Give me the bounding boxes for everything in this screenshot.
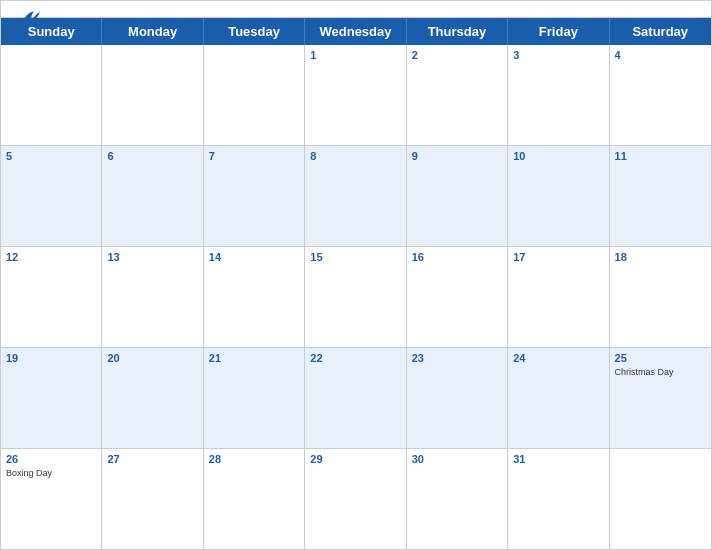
day-cell: 1: [305, 45, 406, 145]
day-cell: 19: [1, 348, 102, 448]
day-headers: Sunday Monday Tuesday Wednesday Thursday…: [1, 18, 711, 45]
day-number: 2: [412, 48, 502, 62]
calendar: Sunday Monday Tuesday Wednesday Thursday…: [0, 0, 712, 550]
day-number: 20: [107, 351, 197, 365]
calendar-grid: Sunday Monday Tuesday Wednesday Thursday…: [1, 17, 711, 549]
logo-bird-icon: [20, 9, 42, 27]
day-number: 25: [615, 351, 706, 365]
week-row-0: 1234: [1, 45, 711, 146]
day-cell: 3: [508, 45, 609, 145]
day-number: 9: [412, 149, 502, 163]
day-number: 23: [412, 351, 502, 365]
day-number: 8: [310, 149, 400, 163]
day-header-thursday: Thursday: [407, 18, 508, 45]
day-cell: 29: [305, 449, 406, 549]
day-cell: 6: [102, 146, 203, 246]
week-row-4: 26Boxing Day2728293031: [1, 449, 711, 549]
day-cell: 27: [102, 449, 203, 549]
day-cell: 12: [1, 247, 102, 347]
day-cell: 16: [407, 247, 508, 347]
day-number: 26: [6, 452, 96, 466]
day-number: 14: [209, 250, 299, 264]
day-number: 1: [310, 48, 400, 62]
holiday-label: Christmas Day: [615, 367, 706, 377]
day-number: 19: [6, 351, 96, 365]
day-cell: 26Boxing Day: [1, 449, 102, 549]
day-number: 30: [412, 452, 502, 466]
day-cell: 13: [102, 247, 203, 347]
day-number: 6: [107, 149, 197, 163]
day-cell: 28: [204, 449, 305, 549]
day-number: 16: [412, 250, 502, 264]
day-cell: 5: [1, 146, 102, 246]
day-number: 27: [107, 452, 197, 466]
day-number: 5: [6, 149, 96, 163]
day-number: 24: [513, 351, 603, 365]
holiday-label: Boxing Day: [6, 468, 96, 478]
week-row-3: 19202122232425Christmas Day: [1, 348, 711, 449]
day-number: 12: [6, 250, 96, 264]
day-number: 11: [615, 149, 706, 163]
calendar-header: [1, 1, 711, 17]
day-cell: 10: [508, 146, 609, 246]
day-number: 18: [615, 250, 706, 264]
weeks-container: 1234567891011121314151617181920212223242…: [1, 45, 711, 549]
day-cell: 2: [407, 45, 508, 145]
day-cell: 31: [508, 449, 609, 549]
day-cell: 20: [102, 348, 203, 448]
logo: [17, 9, 42, 27]
day-number: 31: [513, 452, 603, 466]
day-header-monday: Monday: [102, 18, 203, 45]
week-row-2: 12131415161718: [1, 247, 711, 348]
day-cell: 8: [305, 146, 406, 246]
day-number: 3: [513, 48, 603, 62]
day-header-wednesday: Wednesday: [305, 18, 406, 45]
day-cell: 11: [610, 146, 711, 246]
day-cell: 18: [610, 247, 711, 347]
day-number: 17: [513, 250, 603, 264]
day-header-tuesday: Tuesday: [204, 18, 305, 45]
day-header-saturday: Saturday: [610, 18, 711, 45]
day-cell: 25Christmas Day: [610, 348, 711, 448]
day-cell: 17: [508, 247, 609, 347]
day-cell: [204, 45, 305, 145]
day-cell: 15: [305, 247, 406, 347]
day-number: 22: [310, 351, 400, 365]
day-number: 21: [209, 351, 299, 365]
day-number: 28: [209, 452, 299, 466]
day-number: 29: [310, 452, 400, 466]
day-cell: [1, 45, 102, 145]
day-cell: [102, 45, 203, 145]
day-cell: 21: [204, 348, 305, 448]
day-cell: 30: [407, 449, 508, 549]
day-number: 15: [310, 250, 400, 264]
day-cell: 24: [508, 348, 609, 448]
day-number: 10: [513, 149, 603, 163]
day-cell: 23: [407, 348, 508, 448]
day-cell: 22: [305, 348, 406, 448]
week-row-1: 567891011: [1, 146, 711, 247]
day-number: 13: [107, 250, 197, 264]
day-header-friday: Friday: [508, 18, 609, 45]
day-number: 7: [209, 149, 299, 163]
day-cell: 14: [204, 247, 305, 347]
day-number: 4: [615, 48, 706, 62]
day-cell: [610, 449, 711, 549]
day-cell: 7: [204, 146, 305, 246]
day-cell: 9: [407, 146, 508, 246]
day-cell: 4: [610, 45, 711, 145]
